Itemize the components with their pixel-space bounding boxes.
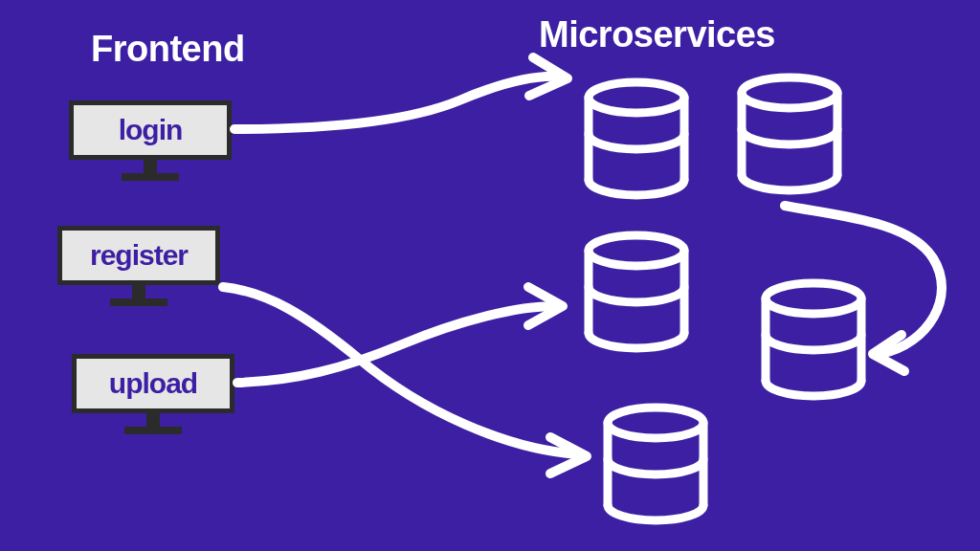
db-mid-right [751, 277, 876, 402]
database-icon [608, 408, 703, 520]
database-icon [589, 235, 684, 348]
svg-point-1 [742, 77, 837, 108]
heading-microservices: Microservices [539, 14, 775, 55]
arrow-login-to-db [234, 57, 568, 129]
monitor-upload-screen: upload [72, 354, 234, 413]
db-top-left [574, 77, 699, 201]
monitor-register: register [57, 226, 220, 306]
monitor-register-label: register [90, 239, 188, 272]
monitor-base [124, 427, 182, 434]
svg-point-3 [766, 283, 861, 314]
monitor-register-screen: register [57, 226, 220, 285]
svg-point-2 [589, 235, 684, 266]
db-bottom [593, 402, 718, 526]
database-icon [742, 77, 837, 190]
database-icon [766, 283, 861, 396]
monitor-upload: upload [72, 354, 234, 434]
monitor-upload-label: upload [109, 367, 197, 400]
monitor-neck [146, 413, 160, 427]
monitor-neck [132, 285, 145, 298]
monitor-login-screen: login [69, 100, 232, 160]
svg-point-4 [608, 408, 703, 438]
monitor-login: login [69, 100, 232, 181]
monitor-neck [144, 160, 157, 173]
heading-frontend: Frontend [91, 29, 245, 70]
monitor-login-label: login [119, 114, 183, 146]
arrow-upload-to-db [237, 287, 563, 383]
db-mid-left [574, 230, 699, 354]
monitor-base [122, 173, 179, 181]
db-top-right [727, 72, 852, 196]
monitor-base [110, 298, 167, 306]
arrow-register-to-db [223, 287, 587, 474]
database-icon [589, 82, 684, 195]
svg-point-0 [589, 82, 684, 113]
